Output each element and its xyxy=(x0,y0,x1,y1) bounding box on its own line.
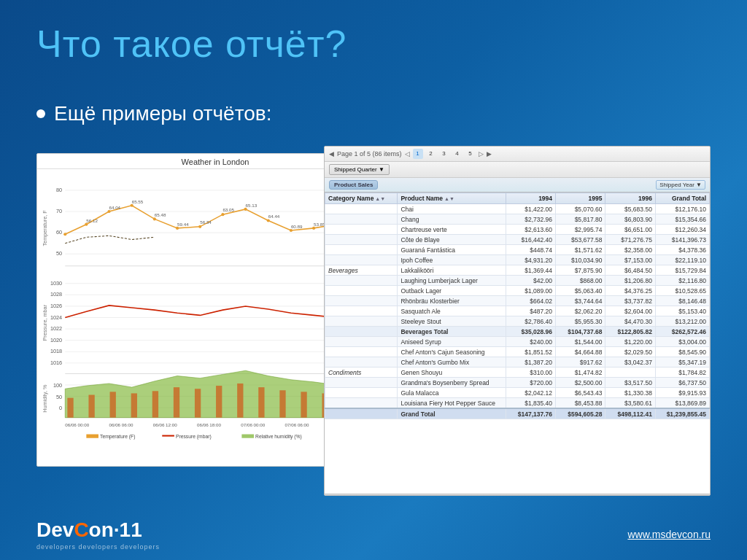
svg-text:1020: 1020 xyxy=(50,337,62,343)
th-category[interactable]: Category Name▲▼ xyxy=(325,193,398,204)
svg-text:59.44: 59.44 xyxy=(177,222,189,227)
filter-row: Product Sales Shipped Year ▼ xyxy=(325,178,710,192)
svg-text:1016: 1016 xyxy=(50,359,62,366)
svg-rect-89 xyxy=(86,435,98,438)
table-row: Laughing Lumberjack Lager$42.00$868.00$1… xyxy=(325,276,710,286)
svg-text:Temperature (F): Temperature (F) xyxy=(100,434,135,440)
table-row: Guaraná Fantástica$448.74$1,571.62$2,358… xyxy=(325,245,710,255)
table-row: Ipoh Coffee$4,931.20$10,034.90$7,153.00$… xyxy=(325,255,710,265)
svg-text:50: 50 xyxy=(56,250,62,257)
devcon-logo: DevCon·11 developers developers develope… xyxy=(36,518,160,551)
nav-next2[interactable]: ▶ xyxy=(487,150,492,158)
table-row: Chef Anton's Cajun Seasoning$1,851.52$4,… xyxy=(325,347,710,357)
report-toolbar-left: ◀ Page 1 of 5 (86 items) ◁ 1 2 3 4 5 ▷ ▶ xyxy=(329,149,705,159)
nav-next[interactable]: ▷ xyxy=(479,150,484,158)
svg-text:65.48: 65.48 xyxy=(155,212,166,217)
svg-text:Humidity, %: Humidity, % xyxy=(42,384,48,413)
svg-text:0: 0 xyxy=(59,405,62,411)
devcon-title: DevCon·11 xyxy=(36,518,160,542)
page-btn-5[interactable]: 5 xyxy=(465,149,476,159)
svg-point-50 xyxy=(85,223,88,226)
svg-rect-65 xyxy=(67,398,73,418)
svg-text:Pressure (mbar): Pressure (mbar) xyxy=(176,434,212,440)
svg-point-57 xyxy=(244,208,247,211)
scrollbar-thumb[interactable] xyxy=(326,496,355,497)
bullet-section: Ещё примеры отчётов: xyxy=(36,102,271,125)
shipped-year-dropdown[interactable]: Shipped Year ▼ xyxy=(656,180,705,190)
svg-text:100: 100 xyxy=(53,382,62,389)
nav-prev2[interactable]: ◁ xyxy=(405,150,410,158)
page-btn-3[interactable]: 3 xyxy=(439,149,449,159)
svg-text:07/06 06:00: 07/06 06:00 xyxy=(285,422,309,427)
svg-rect-74 xyxy=(258,387,264,418)
svg-rect-93 xyxy=(241,435,254,438)
svg-text:56.12: 56.12 xyxy=(86,218,98,223)
table-row: Gula Malacca$2,042.12$6,543.43$1,330.38$… xyxy=(325,388,710,398)
table-row: Outback Lager$1,089.00$5,063.40$4,376.25… xyxy=(325,286,710,296)
devcon-dev: Dev xyxy=(36,518,74,541)
svg-rect-73 xyxy=(237,384,243,418)
table-row: Aniseed Syrup$240.00$1,544.00$1,220.00$3… xyxy=(325,337,710,347)
th-product[interactable]: Product Name▲▼ xyxy=(398,193,506,204)
svg-point-55 xyxy=(198,225,201,228)
svg-point-60 xyxy=(312,227,315,230)
svg-text:1030: 1030 xyxy=(50,280,62,287)
svg-text:1018: 1018 xyxy=(50,348,62,354)
svg-point-49 xyxy=(63,233,66,236)
table-row: Chang$2,732.96$5,817.80$6,803.90$15,354.… xyxy=(325,214,710,225)
svg-text:06/06 06:00: 06/06 06:00 xyxy=(109,422,133,427)
page-btn-4[interactable]: 4 xyxy=(452,149,462,159)
svg-text:63.05: 63.05 xyxy=(222,207,234,212)
table-row: Côte de Blaye$16,442.40$53,677.58$71,276… xyxy=(325,235,710,245)
devcon-subtitle: developers developers developers xyxy=(36,543,160,551)
svg-rect-70 xyxy=(174,387,179,418)
svg-text:50: 50 xyxy=(56,394,62,400)
table-row: Beverages Total$35,028.96$104,737.68$122… xyxy=(325,327,710,337)
svg-point-53 xyxy=(153,217,156,220)
svg-text:06/06 18:00: 06/06 18:00 xyxy=(197,422,221,427)
svg-rect-72 xyxy=(216,386,222,418)
svg-text:1022: 1022 xyxy=(50,325,62,332)
svg-text:64.44: 64.44 xyxy=(268,214,280,219)
table-row: Chartreuse verte$2,613.60$2,995.74$6,651… xyxy=(325,225,710,235)
svg-text:07/06 00:00: 07/06 00:00 xyxy=(241,422,265,427)
svg-text:65.13: 65.13 xyxy=(246,203,258,208)
shipped-quarter-bar: Shipped Quarter ▼ xyxy=(325,162,710,178)
page-btn-1[interactable]: 1 xyxy=(413,149,423,159)
report-table: Category Name▲▼ Product Name▲▼ 1994 1995… xyxy=(325,192,710,419)
svg-rect-67 xyxy=(110,392,116,417)
table-row: Grand Total$147,137.76$594,605.28$498,11… xyxy=(325,408,710,419)
svg-point-54 xyxy=(176,227,179,230)
shipped-quarter-btn[interactable]: Shipped Quarter ▼ xyxy=(329,164,390,175)
th-1996: 1996 xyxy=(605,193,655,204)
svg-point-51 xyxy=(107,210,110,213)
website-link[interactable]: www.msdevcon.ru xyxy=(627,529,711,540)
svg-text:65.55: 65.55 xyxy=(132,199,144,204)
svg-rect-75 xyxy=(279,390,285,417)
svg-text:Relative humidity (%): Relative humidity (%) xyxy=(255,434,302,440)
shipped-year-label: Shipped Year ▼ xyxy=(659,182,702,188)
svg-text:1026: 1026 xyxy=(50,303,62,309)
table-row: Chai$1,422.00$5,070.60$5,683.50$12,176.1… xyxy=(325,204,710,214)
devcon-on: on·11 xyxy=(89,518,142,541)
table-row: Rhönbräu Klosterbier$664.02$3,744.64$3,7… xyxy=(325,296,710,306)
table-row: Grandma's Boysenberry Spread$720.00$2,50… xyxy=(325,378,710,388)
table-row: CondimentsGenen Shouyu$310.00$1,474.82$1… xyxy=(325,368,710,378)
bottom-bar: DevCon·11 developers developers develope… xyxy=(0,509,747,560)
nav-prev[interactable]: ◀ xyxy=(329,150,334,158)
svg-rect-71 xyxy=(195,389,201,417)
svg-text:1028: 1028 xyxy=(50,291,62,298)
scrollbar-bottom[interactable] xyxy=(325,494,710,496)
data-report: ◀ Page 1 of 5 (86 items) ◁ 1 2 3 4 5 ▷ ▶… xyxy=(324,146,711,496)
report-toolbar: ◀ Page 1 of 5 (86 items) ◁ 1 2 3 4 5 ▷ ▶ xyxy=(325,147,710,162)
table-row: Louisiana Fiery Hot Pepper Sauce$1,835.4… xyxy=(325,398,710,409)
devcon-dot: C xyxy=(74,518,88,541)
table-row: BeveragesLakkalikööri$1,369.44$7,875.90$… xyxy=(325,265,710,276)
svg-text:06/06 12:00: 06/06 12:00 xyxy=(153,422,177,427)
svg-text:60: 60 xyxy=(56,229,62,236)
th-grand-total: Grand Total xyxy=(655,193,709,204)
page-btn-2[interactable]: 2 xyxy=(426,149,436,159)
charts-container: Weather in London 80 70 60 50 1030 1028 … xyxy=(36,146,711,502)
bullet-text: Ещё примеры отчётов: xyxy=(54,102,271,125)
bullet-dot xyxy=(36,109,45,118)
